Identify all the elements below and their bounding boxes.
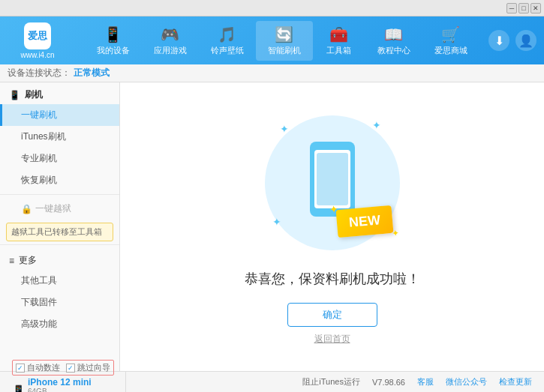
device-storage: 64GB (28, 388, 92, 392)
my-device-icon: 📱 (104, 25, 122, 43)
main-container: 📱 刷机 一键刷机 iTunes刷机 专业刷机 恢复刷机 🔒 一键越狱 越狱工具… (0, 82, 544, 371)
nav-smart-flash[interactable]: 🔄 智能刷机 (256, 21, 313, 61)
shop-label: 爱思商城 (434, 45, 467, 56)
wechat-link[interactable]: 微信公众号 (446, 376, 487, 388)
sidebar-item-itunes-flash[interactable]: iTunes刷机 (0, 126, 119, 148)
close-button[interactable]: ✕ (530, 3, 541, 13)
success-title: 恭喜您，保资料刷机成功啦！ (245, 270, 420, 288)
nav-tutorial[interactable]: 📖 教程中心 (365, 21, 422, 61)
sidebar: 📱 刷机 一键刷机 iTunes刷机 专业刷机 恢复刷机 🔒 一键越狱 越狱工具… (0, 82, 120, 371)
shop-icon: 🛒 (441, 25, 460, 43)
tutorial-label: 教程中心 (377, 45, 410, 56)
sidebar-divider-2 (0, 244, 119, 245)
nav-shop[interactable]: 🛒 爱思商城 (422, 21, 479, 61)
more-section-icon: ≡ (9, 256, 14, 266)
flash-section-label: 刷机 (25, 88, 43, 101)
auto-connect-cb-box: ✓ (16, 364, 25, 373)
maximize-button[interactable]: □ (518, 3, 529, 13)
nav-my-device[interactable]: 📱 我的设备 (85, 21, 142, 61)
phone-screen (314, 150, 350, 208)
sidebar-item-download-firmware[interactable]: 下载固件 (0, 292, 119, 313)
smart-flash-icon: 🔄 (275, 25, 293, 43)
device-row: 📱 iPhone 12 mini 64GB Down-12mini-13,1 (12, 377, 119, 392)
title-bar: ─ □ ✕ (0, 0, 544, 16)
sidebar-divider-1 (0, 194, 119, 195)
flash-section-icon: 📱 (9, 90, 20, 100)
user-button[interactable]: 👤 (515, 30, 536, 51)
toolbox-icon: 🧰 (329, 25, 348, 43)
main-content: ✦ ✦ ✦ NEW 恭喜您，保资料刷机成功啦！ 确定 返回首页 (120, 82, 544, 371)
skip-guide-label: 跳过向导 (77, 362, 110, 373)
sparkle-3: ✦ (272, 216, 281, 228)
toolbox-label: 工具箱 (326, 45, 351, 56)
app-game-icon: 🎮 (161, 25, 179, 43)
nav-bar: 📱 我的设备 🎮 应用游戏 🎵 铃声壁纸 🔄 智能刷机 🧰 工具箱 📖 教程中心… (75, 21, 488, 61)
tutorial-icon: 📖 (384, 25, 403, 43)
ringtone-icon: 🎵 (218, 25, 236, 43)
jailbreak-notice: 越狱工具已转移至工具箱 (6, 223, 113, 241)
logo: 爱思 www.i4.cn (8, 22, 68, 59)
smart-flash-label: 智能刷机 (268, 45, 301, 56)
minimize-button[interactable]: ─ (506, 3, 517, 13)
sparkle-2: ✦ (372, 119, 381, 131)
nav-app-game[interactable]: 🎮 应用游戏 (142, 21, 199, 61)
more-section-label: 更多 (19, 254, 37, 267)
app-game-label: 应用游戏 (154, 45, 187, 56)
download-button[interactable]: ⬇ (488, 30, 509, 51)
sparkle-1: ✦ (280, 123, 289, 135)
confirm-button[interactable]: 确定 (287, 303, 377, 327)
sidebar-item-one-key-flash[interactable]: 一键刷机 (0, 104, 119, 126)
bottom-left: ✓ 自动数连 ✓ 跳过向导 📱 iPhone 12 mini 64GB Down… (6, 372, 126, 392)
ringtone-label: 铃声壁纸 (211, 45, 244, 56)
bottom-checkboxes: ✓ 自动数连 ✓ 跳过向导 (12, 360, 119, 376)
customer-service-link[interactable]: 客服 (417, 376, 434, 388)
logo-icon: 爱思 (24, 22, 51, 49)
success-illustration: ✦ ✦ ✦ NEW (257, 108, 407, 258)
go-back-link[interactable]: 返回首页 (314, 333, 350, 346)
skip-guide-cb-box: ✓ (66, 364, 75, 373)
bottom-right: 阻止iTunes运行 V7.98.66 客服 微信公众号 检查更新 (126, 376, 538, 388)
skip-guide-checkbox[interactable]: ✓ 跳过向导 (66, 362, 110, 373)
sidebar-item-other-tools[interactable]: 其他工具 (0, 270, 119, 292)
sidebar-item-restore-flash[interactable]: 恢复刷机 (0, 169, 119, 191)
device-name: iPhone 12 mini (28, 377, 92, 388)
phone-screen-inner (317, 153, 348, 205)
nav-ringtone[interactable]: 🎵 铃声壁纸 (199, 21, 256, 61)
window-controls: ─ □ ✕ (506, 3, 541, 13)
jailbreak-label: 一键越狱 (35, 202, 71, 215)
status-value: 正常模式 (74, 67, 110, 79)
device-phone-icon: 📱 (12, 385, 25, 392)
stop-itunes-label: 阻止iTunes运行 (302, 376, 360, 388)
device-info-block: iPhone 12 mini 64GB Down-12mini-13,1 (28, 377, 92, 392)
sidebar-section-flash: 📱 刷机 (0, 82, 119, 104)
header: 爱思 www.i4.cn 📱 我的设备 🎮 应用游戏 🎵 铃声壁纸 🔄 智能刷机… (0, 16, 544, 64)
version-info: V7.98.66 (372, 378, 405, 387)
logo-site: www.i4.cn (20, 51, 54, 59)
status-label: 设备连接状态： (8, 67, 71, 79)
new-badge: NEW (335, 205, 393, 238)
itunes-status[interactable]: 阻止iTunes运行 (302, 376, 360, 388)
check-update-link[interactable]: 检查更新 (499, 376, 532, 388)
sidebar-lock-jailbreak: 🔒 一键越狱 (0, 198, 119, 220)
bottom-bar: ✓ 自动数连 ✓ 跳过向导 📱 iPhone 12 mini 64GB Down… (0, 371, 544, 392)
lock-icon: 🔒 (21, 204, 32, 214)
sidebar-item-pro-flash[interactable]: 专业刷机 (0, 148, 119, 169)
auto-connect-label: 自动数连 (27, 362, 60, 373)
status-bar: 设备连接状态： 正常模式 (0, 64, 544, 82)
auto-connect-checkbox[interactable]: ✓ 自动数连 (16, 362, 60, 373)
checkbox-area: ✓ 自动数连 ✓ 跳过向导 (12, 360, 114, 376)
header-right: ⬇ 👤 (488, 30, 536, 51)
sidebar-item-advanced[interactable]: 高级功能 (0, 313, 119, 335)
sidebar-section-more: ≡ 更多 (0, 248, 119, 270)
my-device-label: 我的设备 (97, 45, 130, 56)
nav-toolbox[interactable]: 🧰 工具箱 (313, 21, 365, 61)
